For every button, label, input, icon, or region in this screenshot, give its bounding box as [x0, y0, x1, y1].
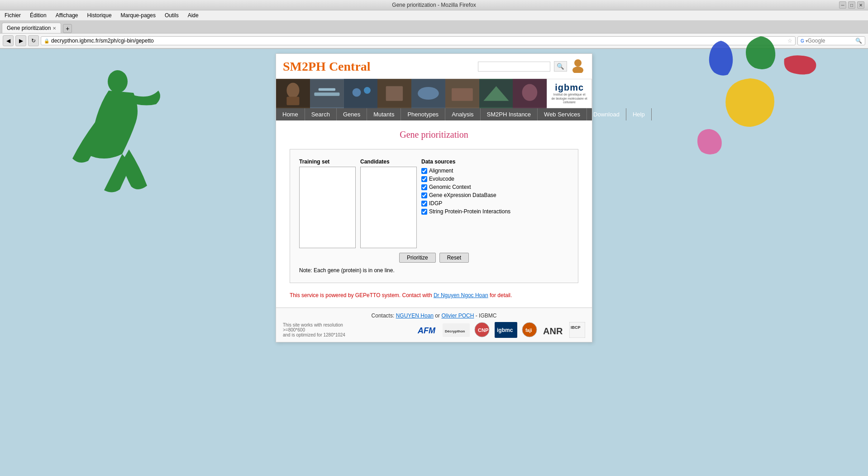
powered-by-text: This service is powered by GEPeTTO syste…: [290, 292, 578, 298]
checkbox-gxdb-input[interactable]: [421, 192, 427, 198]
tab-close-icon[interactable]: ✕: [52, 26, 56, 31]
minimize-button[interactable]: ─: [839, 1, 846, 9]
maximize-button[interactable]: □: [848, 1, 855, 9]
svg-text:faji: faji: [525, 328, 532, 333]
faji-logo: faji: [522, 323, 538, 337]
title-bar: Gene prioritization - Mozilla Firefox ─ …: [0, 0, 868, 10]
svg-text:Décrypthon: Décrypthon: [445, 329, 465, 333]
form-columns: Training set Candidates Data sources Ali: [299, 159, 569, 248]
igbmc-footer-logo: igbmc: [495, 323, 517, 337]
contact-hoan-link[interactable]: NGUYEN Hoan: [396, 313, 434, 319]
menu-outils[interactable]: Outils: [163, 11, 181, 19]
menu-historique[interactable]: Historique: [86, 11, 114, 19]
tab-label: Gene prioritization: [7, 25, 51, 31]
site-header: SM2PH Central 🔍: [276, 54, 592, 79]
banner-seg-8: [513, 79, 547, 108]
browser-search-input[interactable]: [808, 38, 855, 44]
gepetto-contact-link[interactable]: Dr Nguyen Ngoc Hoan: [434, 292, 488, 298]
menu-bar: Fichier Édition Affichage Historique Mar…: [0, 10, 868, 21]
back-button[interactable]: ◀: [3, 35, 14, 46]
igbmc-logo: igbmc Institut de génétique et de biolog…: [547, 79, 592, 108]
banner-seg-2: [310, 79, 344, 108]
header-right: 🔍: [478, 58, 585, 74]
checkbox-gxdb-label: Gene eXpression DataBase: [429, 192, 496, 198]
checkbox-alignment-input[interactable]: [421, 168, 427, 174]
prioritize-button[interactable]: Prioritize: [399, 253, 436, 263]
site-search-button[interactable]: 🔍: [554, 61, 567, 72]
svg-rect-8: [318, 88, 335, 91]
contact-poch-link[interactable]: Olivier POCH: [441, 313, 474, 319]
star-icon[interactable]: ☆: [787, 38, 792, 44]
training-set-input[interactable]: [299, 167, 356, 248]
nav-bar: ◀ ▶ ↻ 🔒 ☆ G ▾ 🔍: [0, 34, 868, 48]
nav-genes[interactable]: Genes: [337, 108, 367, 120]
checkbox-genomic-context: Genomic Context: [421, 184, 510, 190]
reset-button[interactable]: Reset: [439, 253, 469, 263]
svg-text:ANR: ANR: [543, 326, 563, 336]
nav-download[interactable]: Download: [587, 108, 626, 120]
forward-button[interactable]: ▶: [15, 35, 26, 46]
new-tab-button[interactable]: +: [63, 24, 72, 33]
banner-seg-1: [276, 79, 310, 108]
svg-rect-5: [286, 97, 299, 106]
checkbox-genomic-context-label: Genomic Context: [429, 184, 471, 190]
checkbox-string-input[interactable]: [421, 209, 427, 215]
user-icon[interactable]: [571, 58, 585, 74]
contacts-org: - IGBMC: [476, 313, 497, 319]
ibcp-logo: IBCP: [569, 323, 585, 337]
checkbox-evolucode-input[interactable]: [421, 176, 427, 182]
browser-tab[interactable]: Gene prioritization ✕: [2, 23, 61, 33]
checkbox-idgp-input[interactable]: [421, 201, 427, 207]
checkbox-genomic-context-input[interactable]: [421, 184, 427, 190]
svg-rect-17: [452, 88, 473, 101]
tab-bar: Gene prioritization ✕ +: [0, 21, 868, 34]
cnp-logo: CNP: [474, 323, 490, 337]
url-input[interactable]: [51, 38, 787, 44]
nav-mutants[interactable]: Mutants: [367, 108, 401, 120]
nav-web-services[interactable]: Web Services: [538, 108, 587, 120]
main-wrapper: SM2PH Central 🔍: [0, 49, 868, 347]
site-search-input[interactable]: [478, 62, 550, 72]
candidates-label: Candidates: [360, 159, 417, 165]
lock-icon: 🔒: [44, 38, 49, 43]
site-logo: SM2PH Central: [283, 59, 371, 74]
address-bar[interactable]: 🔒 ☆: [41, 36, 796, 45]
banner-seg-5: [411, 79, 445, 108]
search-engine-bar[interactable]: G ▾ 🔍: [797, 36, 865, 45]
footer-logo-items: AFM Décrypthon CNP: [415, 323, 585, 337]
svg-rect-31: [569, 322, 585, 338]
close-button[interactable]: ✕: [857, 1, 864, 9]
nav-help[interactable]: Help: [626, 108, 652, 120]
checkbox-idgp-label: IDGP: [429, 200, 442, 207]
afm-logo: AFM: [415, 323, 438, 337]
footer-logos: This site works with resolution >=800*60…: [283, 322, 585, 337]
nav-phenotypes[interactable]: Phenotypes: [401, 108, 445, 120]
svg-point-15: [418, 87, 439, 100]
menu-marque-pages[interactable]: Marque-pages: [119, 11, 157, 19]
nav-home[interactable]: Home: [276, 108, 305, 120]
menu-affichage[interactable]: Affichage: [54, 11, 80, 19]
page-content: Gene prioritization Training set Candida…: [276, 120, 592, 308]
contacts-sep: or: [435, 313, 440, 319]
browser-search-submit-icon[interactable]: 🔍: [855, 38, 862, 44]
nav-sm2ph-instance[interactable]: SM2PH Instance: [481, 108, 538, 120]
menu-edition[interactable]: Édition: [28, 11, 48, 19]
svg-point-11: [363, 87, 370, 94]
reload-button[interactable]: ↻: [28, 35, 39, 46]
window-title: Gene prioritization - Mozilla Firefox: [392, 2, 476, 8]
checkbox-string-label: String Protein-Protein Interactions: [429, 208, 510, 215]
data-sources-label: Data sources: [421, 159, 510, 165]
svg-rect-7: [314, 92, 339, 96]
note-text: Note: Each gene (protein) is in one line…: [299, 267, 569, 274]
svg-point-10: [352, 88, 361, 97]
checkbox-evolucode: Evolucode: [421, 176, 510, 182]
menu-aide[interactable]: Aide: [186, 11, 200, 19]
nav-analysis[interactable]: Analysis: [445, 108, 480, 120]
content-box: SM2PH Central 🔍: [276, 53, 592, 342]
svg-point-4: [286, 83, 299, 98]
nav-search[interactable]: Search: [305, 108, 337, 120]
banner-seg-4: [377, 79, 411, 108]
menu-fichier[interactable]: Fichier: [3, 11, 23, 19]
candidates-input[interactable]: [360, 167, 417, 248]
checkbox-alignment-label: Alignment: [429, 168, 453, 174]
